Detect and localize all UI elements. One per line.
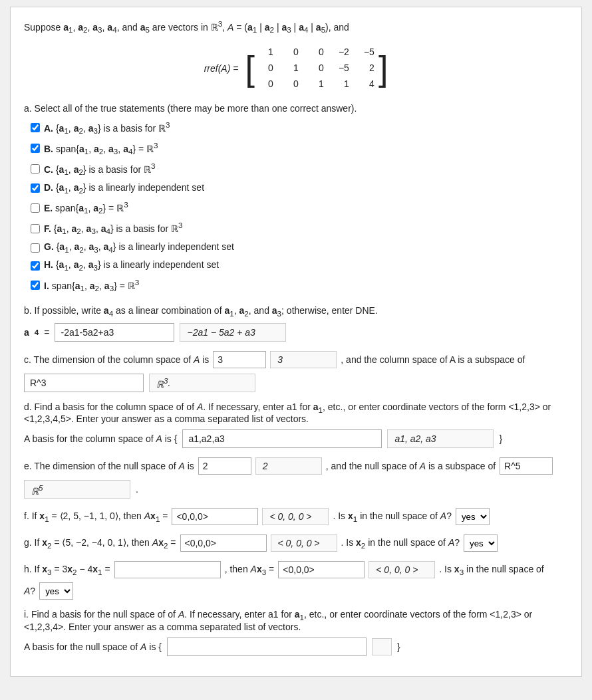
cell-1-4: −2: [335, 45, 349, 60]
part-e-input2[interactable]: R^5: [500, 457, 553, 475]
part-e-input2-value: R^5: [504, 461, 520, 471]
part-h-suffix1: , then Ax3 =: [225, 564, 275, 576]
cell-2-5: 2: [360, 60, 374, 76]
part-d-label: d. Find a basis for the column space of …: [24, 402, 568, 425]
part-d-prefix: A basis for the column space of A is {: [24, 433, 177, 444]
part-h-input2-value: <0,0,0>: [283, 564, 315, 575]
and-text: and: [122, 22, 137, 33]
part-d: d. Find a basis for the column space of …: [24, 402, 568, 449]
part-e-input[interactable]: 2: [198, 457, 251, 475]
part-f-rendered-text: < 0, 0, 0 >: [269, 511, 311, 522]
part-d-rendered: a1, a2, a3: [387, 429, 494, 448]
checkbox-list: A. {a1, a2, a3} is a basis for ℝ3 B. spa…: [24, 118, 568, 296]
part-g: g. If x2 = ⟨5, −2, −4, 0, 1⟩, then Ax2 =…: [24, 534, 568, 552]
part-e-rendered2-row: ℝ5 .: [24, 480, 568, 499]
intro-text: Suppose a1, a2, a3, a4, and a5 are vecto…: [24, 18, 568, 37]
part-e-rendered2: ℝ5: [24, 480, 130, 499]
option-B: B. span{a1, a2, a3, a4} = ℝ3: [31, 138, 568, 159]
part-a-label: a. Select all of the true statements (th…: [24, 103, 568, 114]
cell-1-5: −5: [360, 45, 374, 60]
part-f-row: f. If x1 = ⟨2, 5, −1, 1, 0⟩, then Ax1 = …: [24, 508, 568, 525]
cell-3-5: 4: [360, 76, 374, 92]
part-c-suffix: , and the column space of A is a subspac…: [341, 354, 525, 365]
part-d-input[interactable]: a1,a2,a3: [182, 429, 382, 448]
option-A-label: A. {a1, a2, a3} is a basis for ℝ3: [44, 118, 170, 138]
part-g-input[interactable]: <0,0,0>: [180, 534, 267, 552]
part-f-suffix: . Is x1 in the null space of A?: [333, 511, 452, 523]
cell-3-3: 1: [309, 76, 324, 92]
part-e-rendered: 2: [255, 457, 322, 475]
bracket-right: ]: [378, 51, 388, 86]
part-f-input-value: <0,0,0>: [176, 511, 208, 522]
cell-1-2: 0: [284, 45, 299, 60]
option-A: A. {a1, a2, a3} is a basis for ℝ3: [31, 118, 568, 138]
part-i-input[interactable]: [167, 638, 367, 656]
checkbox-E[interactable]: [31, 203, 40, 213]
part-c-input[interactable]: 3: [213, 351, 266, 368]
part-h-label: h. If x3 = 3x2 − 4x1 =: [24, 564, 110, 576]
part-i-answer-row: A basis for the null space of A is { }: [24, 638, 568, 656]
part-c-rendered: 3: [270, 351, 337, 368]
page-container: Suppose a1, a2, a3, a4, and a5 are vecto…: [10, 7, 582, 677]
checkbox-D[interactable]: [31, 183, 40, 193]
part-b-input[interactable]: -2a1-5a2+a3: [55, 323, 174, 342]
checkbox-A[interactable]: [31, 123, 40, 132]
part-c-subspace-row: R^3 ℝ3 .: [24, 374, 568, 392]
part-h-input[interactable]: [114, 561, 221, 578]
part-g-rendered: < 0, 0, 0 >: [271, 534, 337, 552]
part-b-answer-row: a4 = -2a1-5a2+a3 −2a1 − 5a2 + a3: [24, 323, 568, 342]
part-h-select[interactable]: yes no: [39, 582, 73, 600]
cell-3-2: 0: [284, 76, 299, 92]
matrix-section: rref(A) = [ 1 0 0 −2 −5 0 1 0 −5 2: [24, 45, 568, 92]
part-c-row: c. The dimension of the column space of …: [24, 351, 568, 368]
part-g-rendered-text: < 0, 0, 0 >: [278, 538, 320, 548]
cell-2-4: −5: [335, 60, 349, 76]
option-I: I. span{a1, a2, a3} = ℝ3: [31, 275, 568, 296]
part-c-label: c. The dimension of the column space of …: [24, 354, 209, 365]
part-b-prefix: a: [24, 327, 29, 338]
part-i-rendered: [372, 638, 392, 655]
option-E: E. span{a1, a2} = ℝ3: [31, 197, 568, 218]
option-E-label: E. span{a1, a2} = ℝ3: [44, 197, 128, 218]
part-b: b. If possible, write a4 as a linear com…: [24, 305, 568, 342]
part-c-input2[interactable]: R^3: [24, 374, 144, 392]
part-b-label: b. If possible, write a4 as a linear com…: [24, 305, 568, 318]
option-D-label: D. {a1, a2} is a linearly independent se…: [44, 179, 204, 197]
cell-3-1: 0: [259, 76, 273, 92]
part-e-rendered2-text: ℝ5: [31, 483, 43, 497]
checkbox-B[interactable]: [31, 144, 40, 153]
cell-2-1: 0: [259, 60, 273, 76]
checkbox-I[interactable]: [31, 281, 40, 290]
checkbox-H[interactable]: [31, 261, 40, 271]
part-e-period: .: [136, 484, 138, 495]
part-f-label: f. If x1 = ⟨2, 5, −1, 1, 0⟩, then Ax1 =: [24, 511, 168, 523]
part-c-input-value: 3: [218, 354, 223, 365]
cell-1-3: 0: [309, 45, 324, 60]
part-c-rendered-text: 3: [277, 354, 283, 365]
part-d-rendered-text: a1, a2, a3: [394, 433, 436, 444]
part-e: e. The dimension of the null space of A …: [24, 457, 568, 499]
part-g-row: g. If x2 = ⟨5, −2, −4, 0, 1⟩, then Ax2 =…: [24, 534, 568, 552]
checkbox-F[interactable]: [31, 224, 40, 233]
part-d-answer-row: A basis for the column space of A is { a…: [24, 429, 568, 448]
part-g-select[interactable]: yes no: [464, 534, 498, 552]
rref-label: rref(A) =: [204, 63, 239, 74]
cell-2-3: 0: [309, 60, 324, 76]
part-h-input2[interactable]: <0,0,0>: [278, 561, 365, 578]
matrix-row-2: 0 1 0 −5 2: [259, 60, 374, 76]
option-D: D. {a1, a2} is a linearly independent se…: [31, 179, 568, 197]
checkbox-G[interactable]: [31, 243, 40, 253]
part-h: h. If x3 = 3x2 − 4x1 = , then Ax3 = <0,0…: [24, 561, 568, 600]
option-F-label: F. {a1, a2, a3, a4} is a basis for ℝ3: [44, 218, 182, 239]
part-f-select[interactable]: yes no: [456, 508, 490, 525]
part-b-rendered: −2a1 − 5a2 + a3: [180, 323, 286, 342]
part-h-rendered: < 0, 0, 0 >: [369, 561, 435, 578]
part-i-prefix: A basis for the null space of A is {: [24, 642, 162, 652]
part-b-equals: =: [44, 327, 49, 338]
part-b-sub: 4: [35, 328, 39, 336]
checkbox-C[interactable]: [31, 164, 40, 174]
part-g-label: g. If x2 = ⟨5, −2, −4, 0, 1⟩, then Ax2 =: [24, 537, 176, 550]
part-i-suffix: }: [397, 642, 400, 652]
part-f-input[interactable]: <0,0,0>: [172, 508, 258, 525]
part-g-suffix: . Is x2 in the null space of A?: [341, 537, 460, 550]
